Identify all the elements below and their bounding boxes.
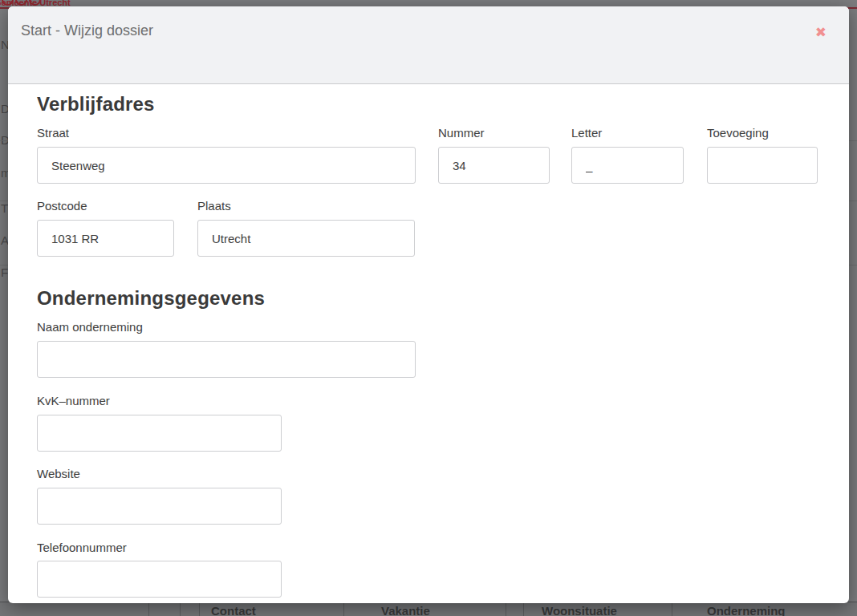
nummer-label: Nummer (438, 127, 485, 140)
column-header-vakantie: Vakantie (381, 605, 430, 616)
column-divider (672, 602, 672, 616)
letter-input[interactable] (571, 147, 684, 184)
column-header-woonsituatie: Woonsituatie (542, 605, 617, 616)
website-label: Website (37, 468, 80, 480)
column-header-onderneming: Onderneming (707, 605, 786, 616)
background-text-fragment: T (1, 202, 8, 215)
wijzig-dossier-dialog: Start - Wijzig dossier ✖ Verblijfadres S… (8, 6, 849, 603)
dialog-title: Start - Wijzig dossier (21, 23, 153, 38)
dialog-header: Start - Wijzig dossier ✖ (8, 6, 849, 84)
column-header-contact: Contact (211, 605, 256, 616)
nummer-input[interactable] (438, 147, 550, 184)
naam-onderneming-label: Naam onderneming (37, 321, 143, 334)
straat-label: Straat (37, 127, 69, 140)
website-input[interactable] (37, 488, 282, 525)
telefoonnummer-label: Telefoonnummer (37, 541, 127, 554)
kvk-nummer-input[interactable] (37, 415, 282, 452)
column-divider (523, 602, 524, 616)
column-divider (343, 602, 344, 616)
background-text-fragment: F (1, 266, 8, 279)
naam-onderneming-input[interactable] (37, 341, 416, 378)
toevoeging-label: Toevoeging (707, 127, 769, 140)
plaats-label: Plaats (197, 200, 231, 213)
background-table-header: Contact Vakantie Woonsituatie Ondernemin… (0, 602, 857, 616)
telefoonnummer-input[interactable] (37, 561, 282, 598)
postcode-label: Postcode (37, 200, 87, 213)
section-heading-verblijfadres: Verblijfadres (37, 94, 155, 115)
column-divider (148, 602, 149, 616)
section-heading-ondernemingsgegevens: Ondernemingsgegevens (37, 288, 265, 309)
letter-label: Letter (571, 127, 602, 140)
close-icon: ✖ (815, 24, 827, 40)
kvk-nummer-label: KvK–nummer (37, 395, 110, 407)
column-divider (180, 602, 181, 616)
column-divider (199, 602, 200, 616)
column-divider (506, 602, 506, 616)
plaats-input[interactable] (197, 220, 415, 257)
close-button[interactable]: ✖ (814, 24, 828, 41)
straat-input[interactable] (37, 147, 416, 184)
postcode-input[interactable] (37, 220, 174, 257)
toevoeging-input[interactable] (707, 147, 818, 184)
